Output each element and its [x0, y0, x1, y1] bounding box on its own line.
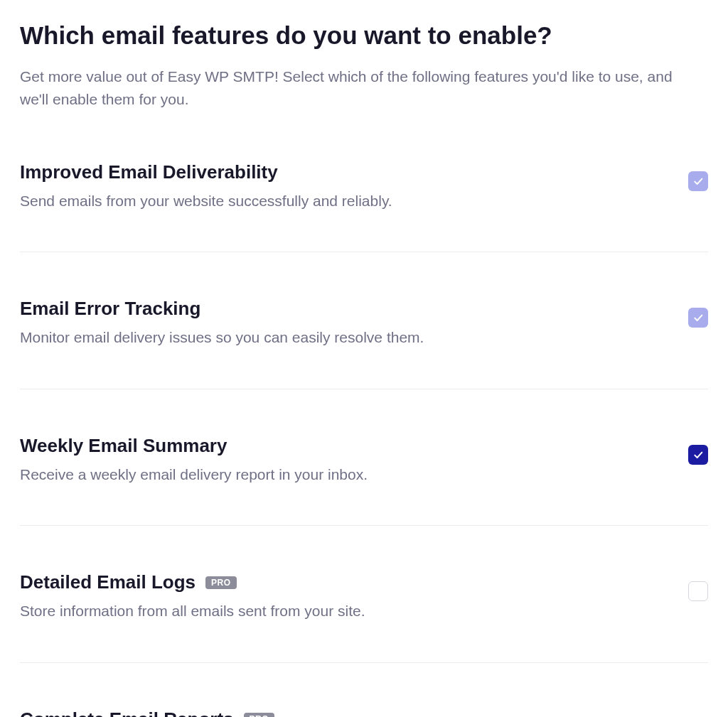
feature-text: Weekly Email Summary Receive a weekly em…	[20, 435, 688, 485]
feature-checkbox-detailed-logs[interactable]	[688, 581, 708, 601]
feature-title-line: Detailed Email Logs PRO	[20, 571, 671, 593]
feature-checkbox-error-tracking[interactable]	[688, 308, 708, 328]
feature-row-detailed-logs: Detailed Email Logs PRO Store informatio…	[20, 571, 708, 662]
feature-checkbox-weekly-summary[interactable]	[688, 445, 708, 465]
feature-title-line: Weekly Email Summary	[20, 435, 671, 457]
check-icon	[692, 449, 704, 460]
feature-description: Monitor email delivery issues so you can…	[20, 327, 671, 348]
feature-text: Complete Email Reports PRO View your ema…	[20, 708, 688, 717]
feature-title: Complete Email Reports	[20, 708, 234, 717]
page-title: Which email features do you want to enab…	[20, 20, 708, 51]
feature-text: Improved Email Deliverability Send email…	[20, 161, 688, 212]
pro-badge: PRO	[205, 576, 237, 589]
feature-title: Email Error Tracking	[20, 298, 200, 320]
feature-title: Improved Email Deliverability	[20, 161, 278, 183]
feature-row-weekly-summary: Weekly Email Summary Receive a weekly em…	[20, 435, 708, 526]
features-list: Improved Email Deliverability Send email…	[20, 161, 708, 717]
feature-description: Store information from all emails sent f…	[20, 600, 671, 622]
checkbox-wrap	[688, 435, 708, 465]
feature-row-error-tracking: Email Error Tracking Monitor email deliv…	[20, 298, 708, 389]
feature-title-line: Improved Email Deliverability	[20, 161, 671, 183]
pro-badge: PRO	[244, 713, 275, 717]
feature-checkbox-improved-deliverability[interactable]	[688, 171, 708, 191]
checkbox-wrap	[688, 161, 708, 191]
check-icon	[692, 176, 704, 187]
feature-title-line: Email Error Tracking	[20, 298, 671, 320]
feature-text: Detailed Email Logs PRO Store informatio…	[20, 571, 688, 622]
checkbox-wrap	[688, 708, 708, 717]
feature-title-line: Complete Email Reports PRO	[20, 708, 671, 717]
check-icon	[692, 312, 704, 323]
feature-text: Email Error Tracking Monitor email deliv…	[20, 298, 688, 348]
checkbox-wrap	[688, 298, 708, 328]
page-subtitle: Get more value out of Easy WP SMTP! Sele…	[20, 65, 702, 112]
feature-description: Receive a weekly email delivery report i…	[20, 464, 671, 485]
feature-row-improved-deliverability: Improved Email Deliverability Send email…	[20, 161, 708, 252]
checkbox-wrap	[688, 571, 708, 601]
feature-row-complete-reports: Complete Email Reports PRO View your ema…	[20, 708, 708, 717]
feature-description: Send emails from your website successful…	[20, 190, 671, 212]
feature-title: Detailed Email Logs	[20, 571, 196, 593]
feature-title: Weekly Email Summary	[20, 435, 227, 457]
